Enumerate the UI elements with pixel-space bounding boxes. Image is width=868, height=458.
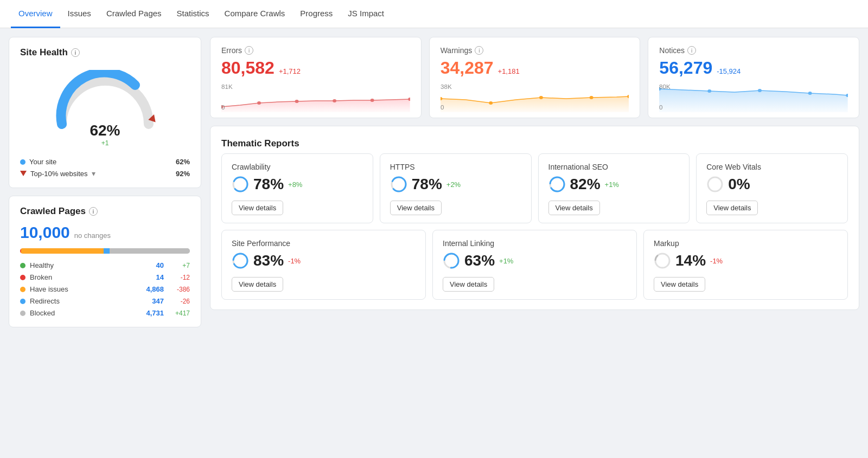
warnings-delta: +1,181 bbox=[498, 67, 520, 75]
crawlability-view-details[interactable]: View details bbox=[232, 201, 283, 215]
warnings-metric-card: Warnings i 34,287 +1,181 bbox=[429, 37, 641, 118]
redirects-label: Redirects bbox=[30, 297, 138, 305]
pb-blocked bbox=[110, 248, 190, 254]
issues-change: -386 bbox=[168, 286, 190, 293]
your-site-label: Your site bbox=[29, 158, 56, 166]
crawled-pages-label: Crawled Pages bbox=[20, 206, 86, 217]
nav-overview[interactable]: Overview bbox=[11, 0, 60, 28]
nav-crawled-pages[interactable]: Crawled Pages bbox=[99, 0, 169, 28]
site-perf-view-details[interactable]: View details bbox=[232, 277, 283, 292]
svg-text:0: 0 bbox=[659, 105, 662, 111]
legend-top10: Top-10% websites ▾ 92% bbox=[20, 169, 190, 178]
int-link-view-details[interactable]: View details bbox=[443, 277, 494, 292]
stat-blocked: Blocked 4,731 +417 bbox=[20, 309, 190, 317]
int-link-icon bbox=[443, 252, 460, 269]
errors-info-icon[interactable]: i bbox=[245, 46, 253, 55]
navigation: Overview Issues Crawled Pages Statistics… bbox=[0, 0, 868, 28]
crawled-pages-card: Crawled Pages i 10,000 no changes Health… bbox=[9, 196, 201, 327]
redirects-dot bbox=[20, 299, 25, 304]
gauge-center: 62% +1 bbox=[90, 122, 120, 147]
broken-label: Broken bbox=[30, 273, 138, 281]
crawled-status: no changes bbox=[74, 231, 111, 240]
nav-progress[interactable]: Progress bbox=[292, 0, 340, 28]
blocked-change: +417 bbox=[168, 309, 190, 317]
https-view-details[interactable]: View details bbox=[390, 201, 442, 215]
notices-delta: -15,924 bbox=[717, 67, 741, 75]
pb-redirects bbox=[104, 248, 110, 254]
your-site-dot bbox=[20, 159, 25, 165]
crawled-stat-rows: Healthy 40 +7 Broken 14 -12 Have issues … bbox=[20, 261, 190, 317]
notices-value: 56,279 bbox=[659, 58, 712, 78]
site-health-info-icon[interactable]: i bbox=[71, 48, 80, 57]
nav-issues[interactable]: Issues bbox=[60, 0, 99, 28]
cwv-view-details[interactable]: View details bbox=[706, 201, 758, 215]
report-core-web-vitals: Core Web Vitals 0% View details bbox=[696, 153, 848, 223]
notices-info-icon[interactable]: i bbox=[687, 46, 696, 55]
int-link-delta: +1% bbox=[499, 257, 513, 265]
site-health-legend: Your site 62% Top-10% websites ▾ 92% bbox=[20, 158, 190, 178]
broken-change: -12 bbox=[168, 274, 190, 281]
errors-value: 80,582 bbox=[221, 58, 275, 78]
svg-point-29 bbox=[392, 177, 406, 191]
main-layout: Site Health i 62% +1 bbox=[0, 28, 868, 458]
crawlability-delta: +8% bbox=[288, 180, 302, 189]
nav-statistics[interactable]: Statistics bbox=[169, 0, 217, 28]
crawled-pages-info-icon[interactable]: i bbox=[89, 207, 98, 216]
nav-compare-crawls[interactable]: Compare Crawls bbox=[217, 0, 293, 28]
svg-point-22 bbox=[808, 92, 812, 95]
issues-dot bbox=[20, 287, 25, 292]
int-link-name: Internal Linking bbox=[443, 239, 627, 248]
svg-point-13 bbox=[539, 96, 543, 99]
stat-broken: Broken 14 -12 bbox=[20, 273, 190, 281]
site-health-card: Site Health i 62% +1 bbox=[9, 37, 201, 188]
site-perf-score: 83% bbox=[253, 252, 284, 269]
your-site-value: 62% bbox=[176, 158, 190, 166]
svg-point-31 bbox=[550, 177, 564, 191]
svg-point-32 bbox=[708, 177, 722, 191]
thematic-reports-card: Thematic Reports Crawlability 78% +8% Vi… bbox=[210, 126, 859, 310]
report-internal-linking: Internal Linking 63% +1% View details bbox=[432, 230, 637, 300]
svg-point-27 bbox=[233, 177, 247, 191]
warnings-label: Warnings i bbox=[441, 46, 629, 55]
site-perf-delta: -1% bbox=[288, 257, 301, 265]
svg-point-6 bbox=[371, 99, 374, 102]
svg-point-34 bbox=[233, 254, 247, 268]
site-perf-name: Site Performance bbox=[232, 239, 416, 248]
report-https: HTTPS 78% +2% View details bbox=[380, 153, 532, 223]
stat-healthy: Healthy 40 +7 bbox=[20, 261, 190, 269]
nav-js-impact[interactable]: JS Impact bbox=[340, 0, 392, 28]
blocked-dot bbox=[20, 311, 25, 316]
cwv-icon bbox=[706, 176, 724, 193]
top10-arrow[interactable]: ▾ bbox=[92, 169, 95, 178]
top10-dot bbox=[20, 171, 27, 176]
left-column: Site Health i 62% +1 bbox=[9, 37, 201, 449]
pb-issues bbox=[21, 248, 104, 254]
issues-value: 4,868 bbox=[142, 285, 164, 293]
site-health-label: Site Health bbox=[20, 47, 68, 58]
crawled-count-row: 10,000 no changes bbox=[20, 223, 190, 242]
svg-text:80K: 80K bbox=[659, 84, 671, 90]
svg-point-21 bbox=[758, 89, 762, 92]
svg-marker-10 bbox=[441, 96, 629, 112]
warnings-info-icon[interactable]: i bbox=[475, 46, 483, 55]
crawlability-score: 78% bbox=[253, 176, 284, 193]
markup-score: 14% bbox=[675, 252, 706, 269]
svg-point-3 bbox=[257, 101, 261, 105]
intl-seo-view-details[interactable]: View details bbox=[548, 201, 600, 215]
https-delta: +2% bbox=[446, 180, 461, 189]
notices-chart: 80K 0 bbox=[659, 82, 848, 112]
metrics-row: Errors i 80,582 +1,712 bbox=[210, 37, 859, 118]
svg-point-14 bbox=[589, 96, 593, 99]
healthy-change: +7 bbox=[168, 262, 190, 269]
svg-text:38K: 38K bbox=[441, 84, 452, 90]
gauge-delta: +1 bbox=[90, 139, 120, 147]
top10-label: Top-10% websites bbox=[30, 170, 88, 178]
healthy-dot bbox=[20, 263, 25, 268]
markup-view-details[interactable]: View details bbox=[654, 277, 705, 292]
blocked-value: 4,731 bbox=[142, 309, 164, 317]
warnings-value: 34,287 bbox=[441, 58, 494, 78]
svg-marker-18 bbox=[659, 89, 848, 112]
intl-seo-name: International SEO bbox=[548, 163, 680, 171]
crawlability-icon bbox=[232, 176, 249, 193]
healthy-label: Healthy bbox=[30, 261, 138, 269]
